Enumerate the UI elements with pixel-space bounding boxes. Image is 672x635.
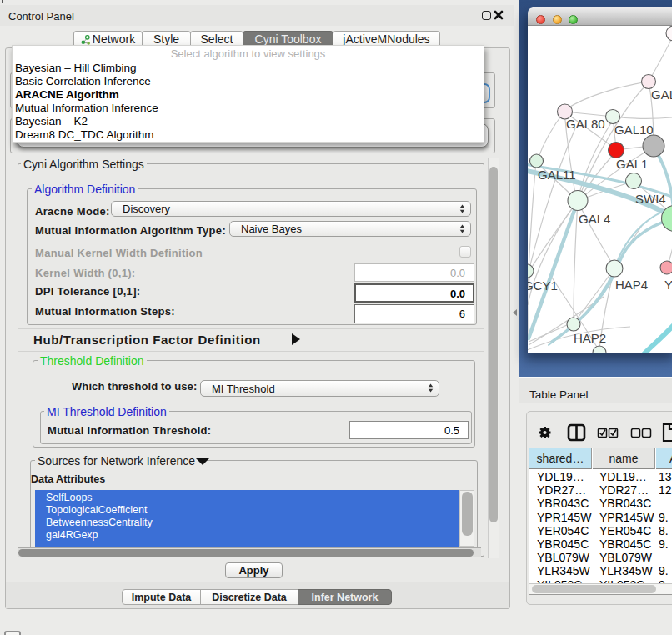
svg-text:SWI4: SWI4	[635, 192, 666, 206]
svg-text:GAL7: GAL7	[651, 88, 672, 102]
svg-text:YM: YM	[664, 278, 672, 292]
svg-text:GAL11: GAL11	[538, 168, 576, 182]
svg-text:HAP2: HAP2	[574, 331, 606, 345]
svg-text:HAP4: HAP4	[615, 278, 648, 292]
svg-text:GAL10: GAL10	[614, 122, 654, 137]
svg-text:GAL1: GAL1	[616, 157, 648, 171]
svg-text:GAL4: GAL4	[579, 212, 610, 226]
svg-text:GAL80: GAL80	[566, 117, 605, 131]
svg-text:GCY1: GCY1	[528, 278, 558, 292]
